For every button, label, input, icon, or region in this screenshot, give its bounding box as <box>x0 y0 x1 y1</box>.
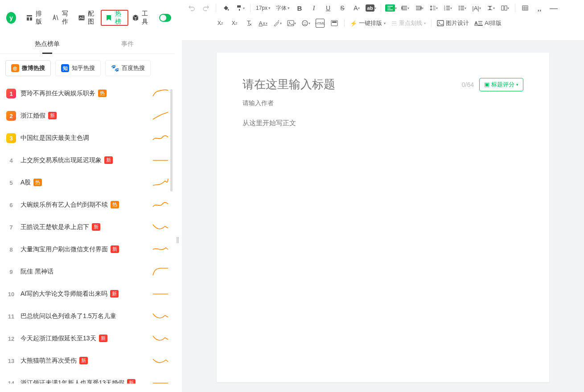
sparkline-icon <box>152 156 169 165</box>
hot-item[interactable]: 13大熊猫萌兰再次受伤新 <box>0 350 175 372</box>
hot-item[interactable]: 5A股热 <box>0 172 175 194</box>
emoji-button[interactable]: ▾ <box>301 19 310 28</box>
undo-button[interactable] <box>187 4 196 12</box>
bold-button[interactable]: B <box>295 4 304 12</box>
insert-image-button[interactable]: ▾ <box>287 19 296 28</box>
source-baidu[interactable]: 🐾 百度热搜 <box>105 60 151 76</box>
paint-bucket-icon[interactable] <box>222 4 230 12</box>
nav-image[interactable]: 配图 <box>74 10 101 26</box>
auto-layout-button[interactable]: ⚡ 一键排版▾ <box>350 19 386 27</box>
hot-tag: 热 <box>33 179 42 186</box>
nav-hot[interactable]: 热榜 <box>101 10 129 26</box>
svg-point-12 <box>459 9 460 11</box>
strike-button[interactable]: S <box>338 4 347 12</box>
svg-rect-3 <box>79 16 85 20</box>
hot-item[interactable]: 4上交所交易系统出现延迟现象新 <box>0 149 175 172</box>
column-button[interactable]: ▾ <box>501 4 510 12</box>
html-button[interactable]: HTML <box>316 19 325 28</box>
hot-item[interactable]: 12今天起浙江婚假延长至13天新 <box>0 327 175 350</box>
body-input[interactable] <box>243 119 523 297</box>
hot-item[interactable]: 3中国红是国庆最美主色调 <box>0 127 175 149</box>
rank-badge: 9 <box>6 267 16 277</box>
font-color-button[interactable]: A▾ <box>352 4 361 12</box>
new-tag: 新 <box>92 223 100 231</box>
font-family-select[interactable]: 字体▾ <box>276 4 290 12</box>
hot-item[interactable]: 2浙江婚假新 <box>0 105 175 127</box>
emphasis-button[interactable]: 重点划线▾ <box>391 19 426 27</box>
format-painter-icon[interactable]: ▾ <box>236 4 245 12</box>
zhihu-icon: 知 <box>61 64 69 72</box>
clear-format-button[interactable] <box>244 19 253 28</box>
nav-layout[interactable]: 排版 <box>22 10 49 26</box>
nav-tools[interactable]: 工具 <box>128 10 155 26</box>
ordered-list-button[interactable]: 123▾ <box>444 4 452 12</box>
hot-item[interactable]: 9阮佳 黑神话 <box>0 261 175 283</box>
title-input[interactable] <box>243 78 457 91</box>
btn-label: 一键排版 <box>359 19 382 27</box>
source-weibo[interactable]: ◎ 微博热搜 <box>5 60 51 76</box>
line-height-button[interactable]: ▾ <box>429 4 438 12</box>
table-button[interactable] <box>521 4 530 12</box>
drag-handle-icon[interactable]: ǁ <box>176 236 178 243</box>
app-logo[interactable]: y <box>6 12 16 24</box>
redo-button[interactable] <box>202 4 210 12</box>
font-family-value: 字体 <box>276 4 287 12</box>
component-button[interactable] <box>330 19 339 28</box>
scrollbar[interactable] <box>170 89 173 192</box>
para-spacing-button[interactable]: ▾ <box>486 4 495 12</box>
title-score-button[interactable]: ▣ 标题评分 ▾ <box>479 78 523 91</box>
highlight-color-button[interactable]: ab▾ <box>366 4 375 12</box>
hot-item[interactable]: 11巴总统问以色列谁杀了1.5万名儿童 <box>0 305 175 327</box>
hot-title: 王皓说王楚钦是承上启下新 <box>21 223 148 231</box>
new-tag: 新 <box>127 379 136 384</box>
hr-button[interactable]: — <box>549 4 558 12</box>
subscript-button[interactable]: X2 <box>230 19 239 28</box>
separator <box>216 4 216 12</box>
author-input[interactable] <box>243 99 523 106</box>
hot-item[interactable]: 14浙江领证未满1年新人也享受13天婚假新 <box>0 372 175 384</box>
hot-item[interactable]: 1贾玲不再担任大碗娱乐职务热 <box>0 82 175 105</box>
rank-badge: 6 <box>6 200 16 210</box>
sparkline-icon <box>152 267 169 276</box>
sidebar-toggle[interactable] <box>159 14 171 22</box>
toolbar-row-1: ▾ 17px▾ 字体▾ B I U S A▾ ab▾ ▾ ▾ ▾ ▾ 123▾ … <box>182 0 584 16</box>
superscript-button[interactable]: X2 <box>216 19 225 28</box>
rank-badge: 8 <box>6 245 16 254</box>
nav-write[interactable]: 写作 <box>49 10 75 26</box>
svg-point-19 <box>304 22 304 23</box>
hot-title: 中国红是国庆最美主色调 <box>21 134 148 142</box>
magic-button[interactable]: ▾ <box>273 19 282 28</box>
font-size-select[interactable]: 17px▾ <box>256 5 271 11</box>
svg-rect-6 <box>237 5 241 8</box>
subtab-hotlist[interactable]: 热点榜单 <box>7 36 87 53</box>
hot-title: 巴总统问以色列谁杀了1.5万名儿童 <box>21 312 148 320</box>
editor-canvas[interactable]: 0/64 ▣ 标题评分 ▾ <box>182 40 584 392</box>
title-char-count: 0/64 <box>462 81 474 88</box>
source-zhihu[interactable]: 知 知乎热搜 <box>55 60 101 76</box>
subtab-events[interactable]: 事件 <box>87 36 168 53</box>
btn-label: 重点划线 <box>399 19 422 27</box>
sparkline-icon <box>152 334 169 343</box>
hot-list[interactable]: 1贾玲不再担任大碗娱乐职务热2浙江婚假新3中国红是国庆最美主色调4上交所交易系统… <box>0 81 175 384</box>
italic-button[interactable]: I <box>309 4 318 12</box>
indent-right-button[interactable]: ▾ <box>415 4 424 12</box>
hot-item[interactable]: 6大碗娱乐所有艺人合约到期不续热 <box>0 194 175 216</box>
hot-item[interactable]: 7王皓说王楚钦是承上启下新 <box>0 216 175 238</box>
ai-layout-button[interactable]: A三 AI排版 <box>474 19 502 27</box>
btn-label: 标题评分 <box>491 81 514 89</box>
text-bg-button[interactable]: A∨▾ <box>259 19 267 28</box>
svg-point-10 <box>459 6 460 7</box>
hot-item[interactable]: 10AI写的大学论文导师能看出来吗新 <box>0 283 175 305</box>
underline-button[interactable]: U <box>324 4 333 12</box>
ai-icon: A三 <box>474 20 483 27</box>
svg-point-4 <box>82 16 83 17</box>
image-design-button[interactable]: 图片设计 <box>437 19 469 27</box>
bookmark-icon <box>105 14 112 21</box>
hot-item[interactable]: 8大量淘宝用户刷出微信支付界面新 <box>0 238 175 261</box>
bullet-list-button[interactable]: ▾ <box>458 4 467 12</box>
letter-spacing-button[interactable]: |A|▾ <box>472 4 481 12</box>
sparkline-icon <box>152 89 169 98</box>
quote-button[interactable]: ,, <box>535 4 544 12</box>
indent-left-button[interactable]: ▾ <box>401 4 410 12</box>
align-left-button[interactable]: ▾ <box>387 4 395 12</box>
